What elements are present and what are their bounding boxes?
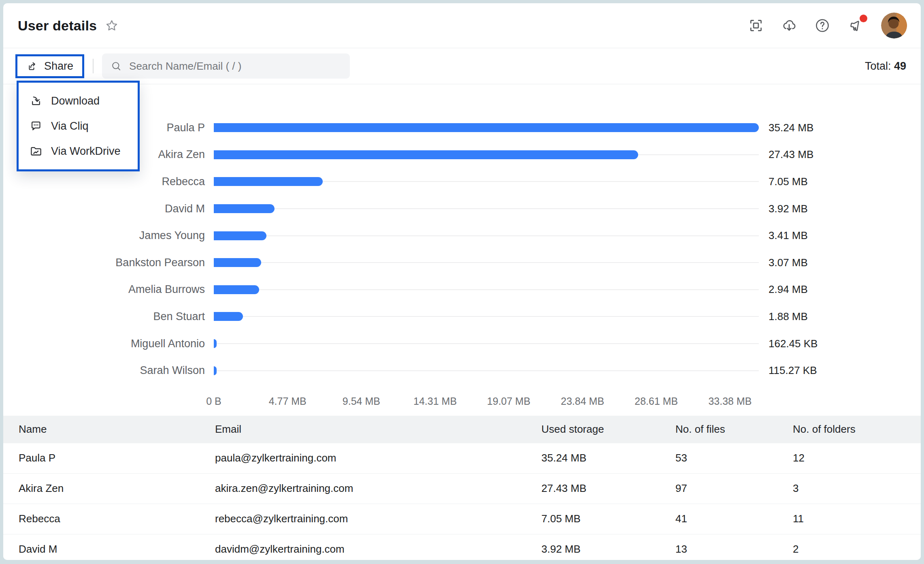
chart-row: Ben Stuart 1.88 MB xyxy=(3,303,921,330)
cell-name: Akira Zen xyxy=(3,482,215,495)
chart-row: Miguell Antonio 162.45 KB xyxy=(3,330,921,357)
gridline xyxy=(214,289,759,290)
table-header-row: Name Email Used storage No. of files No.… xyxy=(3,416,921,443)
storage-bar-chart: Paula P 35.24 MB Akira Zen 27.43 MB Rebe… xyxy=(3,84,921,416)
storage-bar[interactable] xyxy=(214,366,217,375)
share-icon xyxy=(26,60,38,72)
chart-value-label: 162.45 KB xyxy=(759,338,921,350)
chart-track xyxy=(214,339,759,348)
chart-category-label: Sarah Wilson xyxy=(3,364,214,377)
x-axis-tick: 14.31 MB xyxy=(413,395,457,407)
chart-category-label: Rebecca xyxy=(3,175,214,188)
x-axis-tick: 19.07 MB xyxy=(487,395,530,407)
column-header-storage: Used storage xyxy=(541,423,675,436)
gridline xyxy=(214,262,759,263)
avatar[interactable] xyxy=(881,13,907,38)
help-icon[interactable] xyxy=(815,18,830,33)
workdrive-icon xyxy=(29,144,43,158)
x-axis-tick: 9.54 MB xyxy=(343,395,380,407)
chart-track xyxy=(214,177,759,186)
storage-bar[interactable] xyxy=(214,285,259,294)
cloud-download-icon[interactable] xyxy=(781,18,797,33)
cell-storage: 7.05 MB xyxy=(541,513,675,525)
cell-folders: 3 xyxy=(793,482,921,495)
chart-value-label: 7.05 MB xyxy=(759,175,921,188)
cell-storage: 35.24 MB xyxy=(541,452,675,464)
search-input[interactable] xyxy=(128,60,341,73)
total-count: Total: 49 xyxy=(865,60,906,73)
share-button-highlight: Share xyxy=(15,54,84,78)
cell-files: 53 xyxy=(675,452,793,464)
storage-bar[interactable] xyxy=(214,150,638,159)
menu-item-via-workdrive[interactable]: Via WorkDrive xyxy=(19,139,138,164)
gridline xyxy=(214,316,759,317)
x-axis-tick: 4.77 MB xyxy=(269,395,307,407)
cell-name: Rebecca xyxy=(3,513,215,525)
chart-category-label: Miguell Antonio xyxy=(3,338,214,350)
menu-item-via-cliq[interactable]: Via Cliq xyxy=(19,113,138,139)
chart-row: Amelia Burrows 2.94 MB xyxy=(3,276,921,303)
cell-folders: 2 xyxy=(793,543,921,555)
gridline xyxy=(214,370,759,371)
cell-files: 97 xyxy=(675,482,793,495)
chart-row: David M 3.92 MB xyxy=(3,195,921,222)
chart-category-label: David M xyxy=(3,203,214,215)
cell-storage: 27.43 MB xyxy=(541,482,675,495)
storage-bar[interactable] xyxy=(214,339,217,348)
chart-row: Akira Zen 27.43 MB xyxy=(3,141,921,169)
chart-row: James Young 3.41 MB xyxy=(3,222,921,249)
share-button[interactable]: Share xyxy=(17,56,82,76)
page-title: User details xyxy=(18,18,97,34)
cell-name: David M xyxy=(3,543,215,555)
menu-item-download[interactable]: Download xyxy=(19,88,138,113)
storage-bar[interactable] xyxy=(214,177,323,186)
chart-track xyxy=(214,312,759,321)
menu-item-label: Via WorkDrive xyxy=(51,145,121,158)
chart-track xyxy=(214,150,759,159)
chart-track xyxy=(214,366,759,375)
chart-value-label: 3.92 MB xyxy=(759,203,921,215)
storage-bar[interactable] xyxy=(214,231,266,240)
cell-files: 13 xyxy=(675,543,793,555)
cell-files: 41 xyxy=(675,513,793,525)
table-row[interactable]: Rebecca rebecca@zylkertraining.com 7.05 … xyxy=(3,504,921,534)
cell-name: Paula P xyxy=(3,452,215,464)
chart-category-label: Amelia Burrows xyxy=(3,283,214,296)
table-row[interactable]: Paula P paula@zylkertraining.com 35.24 M… xyxy=(3,443,921,474)
announcements-icon[interactable] xyxy=(848,18,863,33)
chart-track xyxy=(214,204,759,213)
toolbar: Share Total: 49 xyxy=(3,48,921,84)
total-value: 49 xyxy=(894,60,906,72)
cell-folders: 12 xyxy=(793,452,921,464)
storage-bar[interactable] xyxy=(214,312,243,321)
table-row[interactable]: Akira Zen akira.zen@zylkertraining.com 2… xyxy=(3,474,921,504)
chart-value-label: 2.94 MB xyxy=(759,283,921,296)
search-box xyxy=(102,53,350,79)
chart-value-label: 1.88 MB xyxy=(759,310,921,323)
cell-storage: 3.92 MB xyxy=(541,543,675,555)
chart-track xyxy=(214,258,759,267)
chart-track xyxy=(214,123,759,132)
total-label: Total: xyxy=(865,60,891,72)
storage-bar[interactable] xyxy=(214,204,275,213)
favorite-star-icon[interactable] xyxy=(105,19,119,32)
share-button-label: Share xyxy=(44,60,73,73)
chart-category-label: James Young xyxy=(3,229,214,242)
chart-row: Paula P 35.24 MB xyxy=(3,114,921,141)
chart-track xyxy=(214,285,759,294)
storage-bar[interactable] xyxy=(214,258,261,267)
share-menu-highlight: Download Via Cliq Via WorkDrive xyxy=(17,81,140,171)
download-icon xyxy=(29,94,43,108)
menu-item-label: Download xyxy=(51,95,100,107)
table-row[interactable]: David M davidm@zylkertraining.com 3.92 M… xyxy=(3,534,921,560)
header-actions xyxy=(748,13,907,38)
gridline xyxy=(214,235,759,236)
chart-value-label: 27.43 MB xyxy=(759,148,921,161)
fullscreen-icon[interactable] xyxy=(748,18,764,33)
gridline xyxy=(214,208,759,209)
storage-bar[interactable] xyxy=(214,123,759,132)
chart-value-label: 3.41 MB xyxy=(759,229,921,242)
chart-row: Bankston Pearson 3.07 MB xyxy=(3,249,921,276)
column-header-email: Email xyxy=(215,423,541,436)
cell-email: rebecca@zylkertraining.com xyxy=(215,513,541,525)
